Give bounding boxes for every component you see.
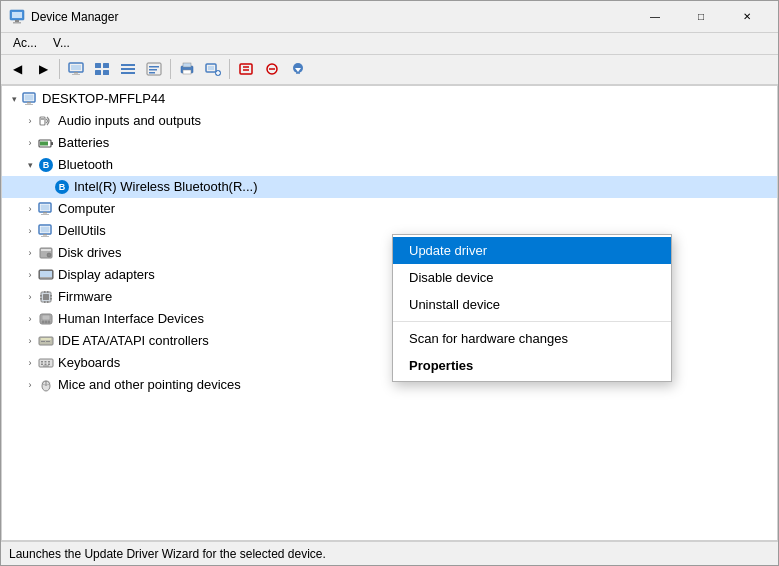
svg-rect-64 xyxy=(44,291,46,293)
tree-item-root[interactable]: ▾ DESKTOP-MFFLP44 xyxy=(2,88,777,110)
view-list-button[interactable] xyxy=(90,58,114,80)
dellutils-icon xyxy=(38,223,54,239)
svg-rect-38 xyxy=(25,104,33,105)
toolbar: ◀ ▶ xyxy=(1,55,778,85)
svg-rect-82 xyxy=(45,363,47,365)
svg-rect-66 xyxy=(44,301,46,303)
mice-label: Mice and other pointing devices xyxy=(58,377,241,392)
maximize-button[interactable]: □ xyxy=(678,1,724,33)
svg-rect-11 xyxy=(103,70,109,75)
expander-firmware[interactable]: › xyxy=(22,289,38,305)
toolbar-separator-2 xyxy=(170,59,171,79)
battery-icon xyxy=(38,135,54,151)
svg-rect-67 xyxy=(47,301,49,303)
svg-rect-80 xyxy=(48,361,50,363)
svg-rect-5 xyxy=(71,65,81,70)
svg-rect-37 xyxy=(27,102,31,104)
disk-drives-label: Disk drives xyxy=(58,245,122,260)
expander-batteries[interactable]: › xyxy=(22,135,38,151)
uninstall-button[interactable] xyxy=(260,58,284,80)
disk-icon xyxy=(38,245,54,261)
status-bar: Launches the Update Driver Wizard for th… xyxy=(1,541,778,565)
svg-rect-81 xyxy=(41,363,43,365)
forward-button[interactable]: ▶ xyxy=(31,58,55,80)
view-details-button[interactable] xyxy=(116,58,140,80)
svg-rect-84 xyxy=(43,365,49,366)
svg-rect-45 xyxy=(41,204,50,210)
ctx-disable-device[interactable]: Disable device xyxy=(393,264,671,291)
keyboards-label: Keyboards xyxy=(58,355,120,370)
svg-rect-69 xyxy=(42,315,50,320)
svg-rect-78 xyxy=(41,361,43,363)
expander-bluetooth[interactable]: ▾ xyxy=(22,157,38,173)
svg-rect-16 xyxy=(149,66,159,68)
svg-rect-8 xyxy=(95,63,101,68)
download-button[interactable] xyxy=(286,58,310,80)
menu-item-action[interactable]: Ac... xyxy=(5,34,45,52)
svg-rect-17 xyxy=(149,69,157,71)
toolbar-separator-1 xyxy=(59,59,60,79)
print-button[interactable] xyxy=(175,58,199,80)
expander-disk-drives[interactable]: › xyxy=(22,245,38,261)
svg-rect-40 xyxy=(41,118,45,120)
batteries-label: Batteries xyxy=(58,135,109,150)
svg-rect-75 xyxy=(41,341,45,342)
svg-rect-21 xyxy=(183,70,191,74)
dellutils-label: DellUtils xyxy=(58,223,106,238)
menu-item-view[interactable]: V... xyxy=(45,34,78,52)
expander-root[interactable]: ▾ xyxy=(6,91,22,107)
audio-label: Audio inputs and outputs xyxy=(58,113,201,128)
menu-bar: Ac... V... xyxy=(1,33,778,55)
expander-ide[interactable]: › xyxy=(22,333,38,349)
svg-rect-27 xyxy=(240,64,252,74)
firmware-icon xyxy=(38,289,54,305)
svg-rect-79 xyxy=(45,361,47,363)
computer-button[interactable] xyxy=(64,58,88,80)
svg-rect-83 xyxy=(48,363,50,365)
svg-rect-61 xyxy=(40,298,42,300)
expander-mice[interactable]: › xyxy=(22,377,38,393)
svg-point-71 xyxy=(45,320,48,323)
hid-icon xyxy=(38,311,54,327)
intel-bt-label: Intel(R) Wireless Bluetooth(R...) xyxy=(74,179,258,194)
ctx-properties[interactable]: Properties xyxy=(393,352,671,379)
svg-rect-51 xyxy=(41,236,49,237)
ctx-update-driver[interactable]: Update driver xyxy=(393,237,671,264)
ide-icon xyxy=(38,333,54,349)
ctx-uninstall-device[interactable]: Uninstall device xyxy=(393,291,671,318)
keyboard-icon xyxy=(38,355,54,371)
expander-dellutils[interactable]: › xyxy=(22,223,38,239)
scan-button[interactable] xyxy=(201,58,225,80)
svg-rect-59 xyxy=(43,294,49,300)
svg-rect-3 xyxy=(13,22,21,24)
svg-rect-74 xyxy=(41,338,51,340)
expander-computer[interactable]: › xyxy=(22,201,38,217)
tree-item-audio[interactable]: › Audio inputs and outputs xyxy=(2,110,777,132)
tree-item-computer[interactable]: › Computer xyxy=(2,198,777,220)
svg-rect-23 xyxy=(208,66,214,70)
expander-keyboards[interactable]: › xyxy=(22,355,38,371)
properties-view-button[interactable] xyxy=(142,58,166,80)
tree-item-intel-bt[interactable]: › B Intel(R) Wireless Bluetooth(R...) xyxy=(2,176,777,198)
ctx-separator xyxy=(393,321,671,322)
svg-rect-76 xyxy=(46,341,50,342)
svg-rect-42 xyxy=(40,141,48,145)
svg-rect-2 xyxy=(15,20,19,22)
svg-point-54 xyxy=(47,253,51,257)
ctx-scan-hardware[interactable]: Scan for hardware changes xyxy=(393,325,671,352)
tree-item-batteries[interactable]: › Batteries xyxy=(2,132,777,154)
ide-label: IDE ATA/ATAPI controllers xyxy=(58,333,209,348)
app-icon xyxy=(9,9,25,25)
display-adapters-label: Display adapters xyxy=(58,267,155,282)
tree-item-bluetooth[interactable]: ▾ B Bluetooth xyxy=(2,154,777,176)
minimize-button[interactable]: — xyxy=(632,1,678,33)
svg-point-72 xyxy=(48,320,51,323)
expander-display-adapters[interactable]: › xyxy=(22,267,38,283)
expander-audio[interactable]: › xyxy=(22,113,38,129)
svg-rect-9 xyxy=(103,63,109,68)
expander-hid[interactable]: › xyxy=(22,311,38,327)
close-button[interactable]: ✕ xyxy=(724,1,770,33)
update-driver-button[interactable] xyxy=(234,58,258,80)
back-button[interactable]: ◀ xyxy=(5,58,29,80)
svg-rect-60 xyxy=(40,295,42,297)
